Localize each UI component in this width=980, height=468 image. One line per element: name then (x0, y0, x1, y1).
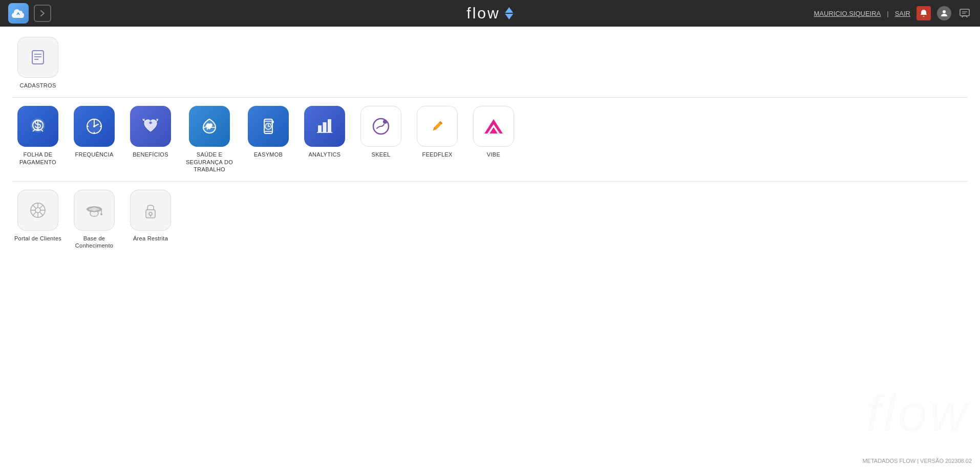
user-avatar-icon[interactable] (937, 6, 951, 20)
svg-line-49 (33, 212, 36, 215)
app-item-portal-clientes[interactable]: Portal de Clientes (12, 190, 63, 250)
app-item-skeel[interactable]: SKEEL (355, 106, 407, 173)
base-label: Base deConhecimento (75, 235, 114, 250)
separator: | (887, 10, 888, 17)
svg-line-48 (40, 205, 43, 208)
app-item-base-conhecimento[interactable]: Base deConhecimento (69, 190, 120, 250)
logo-icon[interactable] (8, 3, 29, 24)
svg-line-47 (40, 212, 43, 215)
folha-label: FOLHA DEPAGAMENTO (19, 151, 56, 166)
app-item-easymob[interactable]: EASYMOB (243, 106, 294, 173)
forward-icon[interactable] (34, 5, 51, 22)
base-icon (74, 190, 115, 231)
user-name-link[interactable]: MAURICIO.SIQUEIRA (814, 10, 881, 17)
app-item-beneficios[interactable]: BENEFÍCIOS (125, 106, 176, 173)
cadastros-icon (17, 37, 58, 78)
restrita-label: Área Restrita (133, 235, 168, 242)
cadastros-section: CADASTROS (12, 37, 968, 89)
svg-point-14 (93, 125, 95, 127)
apps-section: FOLHA DEPAGAMENTO FREQUÊNCIA (12, 106, 968, 173)
svg-rect-31 (318, 125, 322, 132)
svg-point-0 (943, 10, 946, 13)
watermark: flow (866, 384, 970, 442)
feedflex-icon (417, 106, 458, 147)
portal-icon (17, 190, 58, 231)
skeel-icon (360, 106, 401, 147)
saude-label: SAÚDE ESEGURANÇA DOTRABALHO (186, 151, 233, 173)
beneficios-label: BENEFÍCIOS (133, 151, 168, 158)
header: flow MAURICIO.SIQUEIRA | SAIR (0, 0, 980, 27)
svg-rect-20 (150, 122, 152, 124)
svg-line-46 (33, 205, 36, 208)
analytics-label: ANALYTICS (308, 151, 340, 158)
restrita-icon (130, 190, 171, 231)
svg-point-36 (383, 120, 387, 124)
app-item-saude-seguranca[interactable]: SAÚDE ESEGURANÇA DOTRABALHO (181, 106, 238, 173)
frequencia-icon (74, 106, 115, 147)
svg-point-41 (35, 208, 40, 213)
svg-rect-4 (32, 51, 44, 64)
app-item-vibe[interactable]: VIBE (468, 106, 519, 173)
analytics-icon (304, 106, 345, 147)
vibe-label: VIBE (487, 151, 500, 158)
svg-rect-32 (323, 122, 327, 132)
notification-bell-icon[interactable] (917, 6, 931, 20)
version-label: METADADOS FLOW | VERSÃO 202308.02 (862, 458, 972, 464)
saude-icon (189, 106, 230, 147)
frequencia-label: FREQUÊNCIA (75, 151, 113, 158)
title-text: flow (466, 5, 500, 22)
cadastros-label: CADASTROS (19, 82, 56, 89)
svg-point-53 (100, 213, 102, 215)
main-content: CADASTROS FOLHA DEPAGAMENTO (0, 27, 980, 265)
skeel-label: SKEEL (372, 151, 391, 158)
divider-1 (12, 97, 968, 98)
app-item-cadastros[interactable]: CADASTROS (12, 37, 63, 89)
vibe-icon (473, 106, 514, 147)
svg-rect-1 (960, 9, 969, 16)
header-left (8, 3, 51, 24)
app-item-area-restrita[interactable]: Área Restrita (125, 190, 176, 250)
app-item-feedflex[interactable]: FEEDFLEX (412, 106, 463, 173)
feedflex-label: FEEDFLEX (422, 151, 452, 158)
app-item-analytics[interactable]: ANALYTICS (299, 106, 350, 173)
svg-rect-33 (328, 119, 331, 132)
app-item-folha-pagamento[interactable]: FOLHA DEPAGAMENTO (12, 106, 63, 173)
support-section: Portal de Clientes Base deConhecimento (12, 190, 968, 250)
chat-icon[interactable] (957, 6, 972, 20)
easymob-label: EASYMOB (254, 151, 283, 158)
easymob-icon (248, 106, 289, 147)
app-title: flow (466, 5, 513, 22)
divider-2 (12, 181, 968, 182)
folha-icon (17, 106, 58, 147)
portal-label: Portal de Clientes (14, 235, 61, 242)
app-item-frequencia[interactable]: FREQUÊNCIA (69, 106, 120, 173)
beneficios-icon (130, 106, 171, 147)
logout-link[interactable]: SAIR (895, 10, 910, 17)
header-right: MAURICIO.SIQUEIRA | SAIR (814, 6, 972, 20)
